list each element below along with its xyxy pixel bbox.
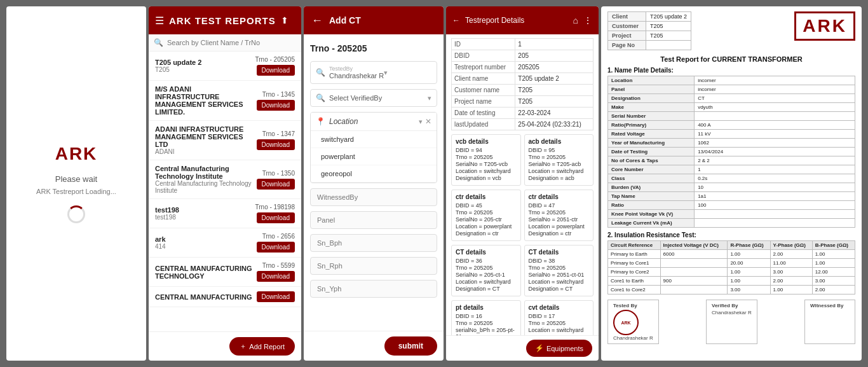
table-row: Burden (VA)10 <box>608 183 855 192</box>
verified-by-field[interactable]: 🔍 Select VerifiedBy ▾ <box>310 89 437 107</box>
footer-tested-by: Tested By ARK Chandrashekar R <box>607 300 659 344</box>
table-row: Panelincomer <box>608 85 855 94</box>
detail-value: 1 <box>515 39 593 50</box>
download-button[interactable]: Download <box>257 212 295 223</box>
report-list-item[interactable]: ADANI INFRASTRUCTURE MANAGEMENT SERVICES… <box>149 121 301 160</box>
location-close-icon[interactable]: ✕ <box>425 117 431 126</box>
nameplate-label: No of Cores & Taps <box>608 156 695 165</box>
pdf-info-label: Project <box>608 31 646 41</box>
table-header-row: Circuit ReferenceInjected Voltage (V DC)… <box>608 241 855 250</box>
download-button[interactable]: Download <box>257 242 295 253</box>
footer-tested-label: Tested By <box>613 303 653 308</box>
nameplate-value: 10 <box>695 183 855 192</box>
table-row: Core1 to Core23.001.002.00 <box>608 286 855 294</box>
sn-rph-input[interactable] <box>310 257 437 275</box>
nameplate-value: 400 A <box>695 121 855 130</box>
table-cell: 1.00 <box>770 286 812 294</box>
table-row: Leakage Current Vk (mA) <box>608 219 855 228</box>
table-cell: 3.00 <box>770 268 812 277</box>
testreport-details-panel: ← Testreport Details ⌂ ⋮ ID1DBID205Testr… <box>446 6 599 361</box>
table-cell: Primary to Earth <box>608 250 661 259</box>
tested-by-label: TestedBy <box>329 66 384 72</box>
table-cell: 1.00 <box>812 250 855 259</box>
card-row: DBID = 17 <box>529 313 590 319</box>
details-back-icon[interactable]: ← <box>452 16 460 25</box>
report-list-item[interactable]: CENTRAL MANUFACTURING TECHNOLOGY Trno - … <box>149 258 301 287</box>
sn-yph-input[interactable] <box>310 280 437 298</box>
tested-by-name: Chandrashekar R <box>613 335 653 341</box>
pdf-footer-bar: Tested By ARK Chandrashekar R Verified B… <box>607 300 855 344</box>
report-trno: Trno - 2656 <box>262 233 295 240</box>
upload-icon[interactable]: ⬆ <box>281 15 288 25</box>
location-options: switchyardpowerplantgeoreopol <box>311 130 437 183</box>
dropdown-arrow-icon-2: ▾ <box>428 94 431 102</box>
location-option[interactable]: switchyard <box>311 131 437 148</box>
report-list-item[interactable]: T205 update 2 T205 Trno - 205205 Downloa… <box>149 52 301 81</box>
card-row: Designation = CT <box>529 286 590 292</box>
location-header[interactable]: 📍 Location ▾ ✕ <box>311 113 437 130</box>
report-list-item[interactable]: ark 414 Trno - 2656 Download <box>149 228 301 258</box>
report-name: ADANI INFRASTRUCTURE MANAGEMENT SERVICES… <box>155 125 257 148</box>
detail-value: 22-03-2024 <box>515 107 593 119</box>
download-button[interactable]: Download <box>257 100 295 111</box>
brand-ark-text: ARK <box>169 15 192 26</box>
report-list-item[interactable]: Central Manufacturing Technology Institu… <box>149 160 301 199</box>
location-option[interactable]: georeopol <box>311 165 437 183</box>
report-list-item[interactable]: test198 test198 Trno - 198198 Download <box>149 199 301 228</box>
download-button[interactable]: Download <box>257 179 295 190</box>
report-right: Trno - 1347 Download <box>257 130 295 150</box>
table-cell <box>660 268 728 277</box>
sn-bph-input[interactable] <box>310 234 437 252</box>
report-info: CENTRAL MANUFACTURING TECHNOLOGY <box>155 265 257 280</box>
card-title: ctr details <box>529 193 590 200</box>
table-row: DBID205 <box>452 50 593 62</box>
location-field: 📍 Location ▾ ✕ switchyardpowerplantgeore… <box>310 112 437 183</box>
report-info: M/S ADANI INFRASTRUCTURE MANAGEMENT SERV… <box>155 85 257 116</box>
table-cell: Core1 to Earth <box>608 277 661 286</box>
submit-button[interactable]: submit <box>384 336 437 356</box>
report-sub: T205 <box>155 66 201 73</box>
nameplate-value: 11 kV <box>695 130 855 139</box>
table-row: lastUpdated25-04-2024 (02:33:21) <box>452 119 593 130</box>
detail-label: lastUpdated <box>452 119 515 130</box>
table-row: ID1 <box>452 39 593 50</box>
table-cell: 1.00 <box>728 250 770 259</box>
witnessed-by-input[interactable] <box>310 188 437 206</box>
tested-by-field[interactable]: 🔍 TestedBy Chandrashekar R ▾ <box>310 61 437 84</box>
nameplate-label: Designation <box>608 94 695 103</box>
report-list-item[interactable]: M/S ADANI INFRASTRUCTURE MANAGEMENT SERV… <box>149 81 301 121</box>
search-input[interactable] <box>167 39 296 46</box>
card-row: Location = switchyard <box>456 168 517 174</box>
download-button[interactable]: Download <box>257 271 295 282</box>
equipments-label: Equipments <box>546 345 583 352</box>
pdf-info-table: ClientT205 update 2CustomerT205ProjectT2… <box>607 11 691 50</box>
report-list-item[interactable]: CENTRAL MANUFACTURING Download <box>149 287 301 307</box>
back-arrow-icon[interactable]: ← <box>311 14 323 27</box>
menu-icon[interactable]: ☰ <box>155 15 164 27</box>
card-row: Trno = 205205 <box>529 265 590 271</box>
download-button[interactable]: Download <box>257 291 295 302</box>
location-arrow-icon: ▾ <box>419 118 423 126</box>
card-row: Designation = CT <box>456 286 517 292</box>
report-trno: Trno - 1347 <box>262 130 295 137</box>
nameplate-value <box>695 219 855 228</box>
report-name: CENTRAL MANUFACTURING TECHNOLOGY <box>155 265 257 280</box>
nameplate-label: Ratio <box>608 201 695 210</box>
detail-card: CT detailsDBID = 36Trno = 205205SerialNo… <box>451 245 521 296</box>
panel-input[interactable] <box>310 211 437 229</box>
download-button[interactable]: Download <box>257 139 295 150</box>
nameplate-label: Tap Name <box>608 192 695 201</box>
footer-witnessed-label: Witnessed By <box>810 303 850 308</box>
detail-label: Testreport number <box>452 62 515 73</box>
equipments-button[interactable]: ⚡ Equipments <box>526 340 592 357</box>
more-icon[interactable]: ⋮ <box>583 15 592 25</box>
detail-label: Client name <box>452 73 515 85</box>
location-option[interactable]: powerplant <box>311 148 437 165</box>
home-icon[interactable]: ⌂ <box>573 15 578 25</box>
table-cell: 900 <box>660 277 728 286</box>
detail-value: 25-04-2024 (02:33:21) <box>515 119 593 130</box>
download-button[interactable]: Download <box>257 65 295 76</box>
add-report-button[interactable]: ＋ Add Report <box>229 337 295 356</box>
card-row: DBID = 94 <box>456 147 517 153</box>
search-icon: 🔍 <box>316 68 325 77</box>
